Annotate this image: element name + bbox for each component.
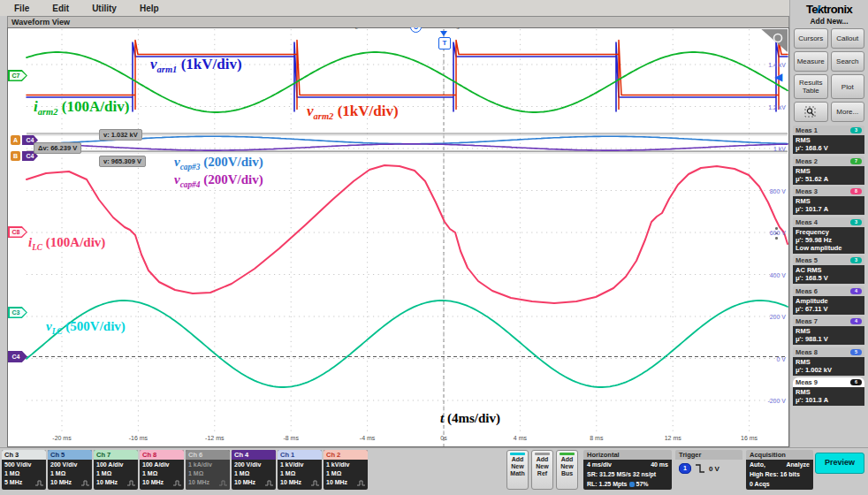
trigger-panel[interactable]: Trigger 1 0 V xyxy=(675,450,742,490)
cursors-button[interactable]: Cursors xyxy=(794,28,828,49)
ch4-header: Ch 4 xyxy=(232,450,276,460)
preview-button[interactable]: Preview xyxy=(815,453,864,474)
acquisition-panel[interactable]: Acquisition Auto,Analyze High Res: 16 bi… xyxy=(746,450,813,490)
cursor-b-readout[interactable]: v: 965.309 V xyxy=(99,156,146,167)
channel-badge-ch2-settings[interactable]: Ch 2 1 kV/div1 MΩ 10 MHz xyxy=(324,450,368,490)
meas-7-panel[interactable]: Meas 74 RMSμ': 988.1 V xyxy=(793,316,864,345)
volt-axis-label: 400 V xyxy=(770,271,786,278)
channel-badge-ch1-settings[interactable]: Ch 1 1 kV/div1 MΩ 10 MHz xyxy=(278,450,322,490)
cursor-a-badge[interactable]: A xyxy=(11,135,20,145)
add-new-heading: Add New... xyxy=(790,17,868,26)
results-table-button[interactable]: Results Table xyxy=(794,74,828,99)
label-v-cap3: vcap#3 (200V/div) xyxy=(174,155,263,171)
meas-5-title: Meas 5 xyxy=(796,256,818,264)
trigger-level-arrow-icon[interactable]: ◀ xyxy=(774,72,782,82)
volt-axis-label: 0 V xyxy=(776,355,786,362)
ch5-header: Ch 5 xyxy=(48,450,92,460)
add-new-bus-button[interactable]: Add New Bus xyxy=(556,450,578,490)
volt-axis-label: 200 V xyxy=(770,314,786,320)
right-sidebar: Tektronix Add New... Cursors Callout Mea… xyxy=(789,0,868,447)
meas-2-source-badge: 7 xyxy=(850,158,862,164)
volt-axis-label: -200 V xyxy=(767,398,786,404)
menu-help[interactable]: Help xyxy=(140,4,159,13)
search-button[interactable]: Search xyxy=(831,51,865,72)
math-color-bar xyxy=(510,453,525,455)
ch1-header: Ch 1 xyxy=(278,450,322,460)
time-axis-label: -16 ms xyxy=(129,435,148,441)
trigger-level: 0 V xyxy=(709,465,720,473)
channel-badge-ch6-settings[interactable]: Ch 6 1 kA/div1 MΩ 10 MHz xyxy=(186,450,230,490)
meas-1-source-badge: 3 xyxy=(850,127,862,133)
trigger-title: Trigger xyxy=(675,450,742,460)
label-i-lc: iLC (100A/div) xyxy=(28,235,105,252)
label-v-arm2: varm2 (1kV/div) xyxy=(307,103,399,121)
volt-axis-label: 1.2 kV xyxy=(768,103,786,110)
waveform-plot-area[interactable] xyxy=(7,27,789,447)
label-time-scale: t (4ms/div) xyxy=(440,411,500,428)
meas-6-source-badge: 4 xyxy=(850,288,862,294)
cursor-b-badge[interactable]: B xyxy=(11,151,20,161)
measure-button[interactable]: Measure xyxy=(794,51,828,72)
menu-bar: File Edit Utility Help xyxy=(0,0,789,16)
callout-button[interactable]: Callout xyxy=(831,28,865,49)
probe-icon xyxy=(173,480,181,486)
magnifier-icon xyxy=(804,106,817,118)
trigger-position-arrow-icon xyxy=(440,31,447,36)
meas-8-panel[interactable]: Meas 85 RMSμ': 1.002 kV xyxy=(793,347,864,376)
add-new-ref-button[interactable]: Add New Ref xyxy=(531,450,553,490)
falling-edge-icon xyxy=(695,464,705,473)
ch2-header: Ch 2 xyxy=(324,450,368,460)
channel-badge-c7-label: C7 xyxy=(10,72,27,80)
channel-badge-ch8-settings[interactable]: Ch 8 100 A/div1 MΩ 10 MHz xyxy=(140,450,184,490)
meas-5-panel[interactable]: Meas 53 AC RMSμ': 168.5 V xyxy=(793,255,864,284)
channel-badge-ch7-settings[interactable]: Ch 7 100 A/div1 MΩ 10 MHz xyxy=(94,450,138,490)
meas-5-source-badge: 3 xyxy=(850,257,862,263)
meas-9-panel[interactable]: Meas 96 RMSμ': 101.3 A xyxy=(793,377,864,406)
ch7-header: Ch 7 xyxy=(94,450,138,460)
label-v-arm1: varm1 (1kV/div) xyxy=(150,56,242,74)
meas-6-panel[interactable]: Meas 64 Amplitudeμ': 67.11 V xyxy=(793,286,864,315)
more-button[interactable]: More... xyxy=(831,102,865,122)
channel-badge-c8-label: C8 xyxy=(10,228,27,237)
time-axis-label: 8 ms xyxy=(590,435,603,441)
meas-1-title: Meas 1 xyxy=(796,126,818,134)
bus-color-bar xyxy=(560,453,575,455)
menu-utility[interactable]: Utility xyxy=(92,4,117,13)
volt-axis-label: 1.4 kV xyxy=(768,62,786,68)
meas-2-panel[interactable]: Meas 27 RMSμ': 51.62 A xyxy=(793,156,864,185)
trigger-position-marker[interactable]: T xyxy=(438,37,451,50)
time-axis-label: -12 ms xyxy=(205,435,224,441)
probe-icon xyxy=(219,480,227,486)
channel-badge-ch5-settings[interactable]: Ch 5 200 V/div1 MΩ 10 MHz xyxy=(48,450,92,490)
meas-4-panel[interactable]: Meas 43 Frequencyμ': 59.98 HzLow amplitu… xyxy=(793,217,864,254)
time-axis-label: 4 ms xyxy=(514,435,527,441)
menu-file[interactable]: File xyxy=(14,4,29,13)
oscilloscope-screen: File Edit Utility Help Waveform View [ ]… xyxy=(0,0,868,495)
meas-6-title: Meas 6 xyxy=(796,287,818,295)
zoom-mode-button[interactable] xyxy=(794,102,828,122)
horizontal-panel[interactable]: Horizontal 4 ms/div40 ms SR: 31.25 MS/s … xyxy=(583,450,672,490)
channel-badge-ch4-settings[interactable]: Ch 4 200 V/div1 MΩ 10 MHz xyxy=(232,450,276,490)
label-v-cap4: vcap#4 (200V/div) xyxy=(174,172,263,189)
plot-button[interactable]: Plot xyxy=(831,74,865,99)
add-new-math-button[interactable]: Add New Math xyxy=(506,450,529,490)
meas-2-title: Meas 2 xyxy=(796,157,818,165)
waveform-view-tab[interactable]: Waveform View xyxy=(7,16,789,27)
time-axis-label: -4 ms xyxy=(360,435,376,441)
label-i-arm2: iarm2 (100A/div) xyxy=(34,98,129,117)
meas-8-title: Meas 8 xyxy=(796,348,818,356)
time-axis-label: -8 ms xyxy=(283,435,299,441)
channel-badge-c4-label: C4 xyxy=(10,353,27,362)
meas-8-source-badge: 5 xyxy=(850,349,862,355)
time-axis-label: 12 ms xyxy=(665,435,681,441)
meas-1-panel[interactable]: Meas 13 RMSμ': 168.6 V xyxy=(793,126,864,154)
meas-3-panel[interactable]: Meas 38 RMSμ': 101.7 A xyxy=(793,187,864,215)
time-axis-label: 16 ms xyxy=(741,435,758,441)
probe-icon xyxy=(81,480,89,486)
sidebar-buttons: Cursors Callout Measure Search Results T… xyxy=(790,26,868,122)
cursor-delta-readout[interactable]: Δv: 66.239 V xyxy=(34,142,81,154)
channel-badge-ch3-settings[interactable]: Ch 3 500 V/div1 MΩ 5 MHz xyxy=(2,450,46,490)
cursor-a-readout[interactable]: v: 1.032 kV xyxy=(99,129,142,141)
menu-edit[interactable]: Edit xyxy=(52,4,69,13)
ch6-header: Ch 6 xyxy=(186,450,230,460)
